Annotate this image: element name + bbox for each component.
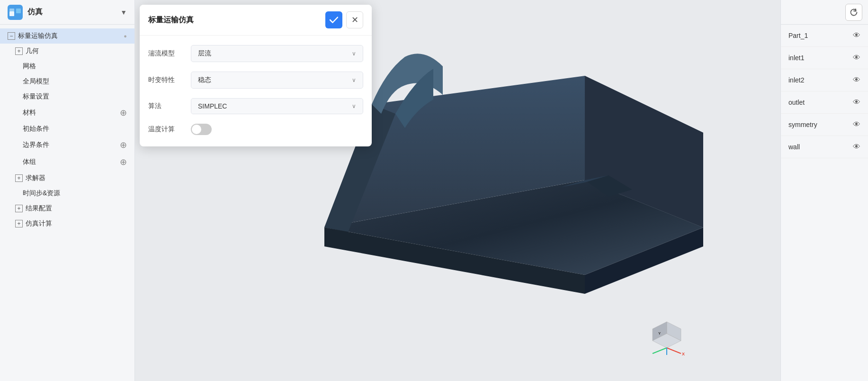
svg-line-16 (667, 348, 681, 354)
visibility-icon-inlet2[interactable]: 👁 (853, 76, 860, 84)
sidebar-item-result-config[interactable]: + 结果配置 (0, 201, 134, 216)
algorithm-row: 算法 SIMPLEC ∨ (148, 98, 363, 114)
sidebar-item-label: 全局模型 (23, 77, 127, 86)
axis-cube: Y X (648, 319, 686, 357)
sidebar-item-solver[interactable]: + 求解器 (0, 171, 134, 186)
dialog-header: 标量运输仿真 ✕ (140, 5, 372, 36)
dropdown-arrow-icon: ∨ (352, 103, 356, 109)
visibility-icon-part1[interactable]: 👁 (853, 31, 860, 40)
collapse-icon: − (8, 32, 15, 40)
sidebar-item-label: 仿真计算 (26, 219, 127, 228)
sidebar-item-materials[interactable]: 材料 ⊕ (0, 104, 134, 121)
part1-label: Part_1 (788, 32, 853, 39)
temperature-calc-toggle[interactable] (191, 124, 212, 135)
svg-line-18 (653, 348, 667, 354)
sidebar-item-scalar-settings[interactable]: 标量设置 (0, 89, 134, 104)
svg-text:Y: Y (658, 331, 661, 336)
time-variation-row: 时变特性 稳态 ∨ (148, 72, 363, 89)
refresh-icon (850, 8, 858, 17)
sidebar-item-boundary-conditions[interactable]: 边界条件 ⊕ (0, 136, 134, 154)
turbulence-model-value: 层流 (198, 49, 211, 58)
sidebar-item-body-group[interactable]: 体组 ⊕ (0, 154, 134, 171)
svg-rect-3 (9, 9, 14, 11)
sidebar-title: 仿真 (27, 7, 43, 17)
dialog-close-button[interactable]: ✕ (346, 11, 363, 28)
sidebar-item-label: 体组 (23, 158, 120, 166)
expand-icon: + (15, 174, 23, 182)
dialog-title: 标量运输仿真 (148, 15, 325, 25)
sidebar-item-label: 求解器 (26, 174, 127, 182)
sidebar-item-label: 标量设置 (23, 92, 127, 101)
expand-icon: + (15, 220, 23, 227)
scalar-sim-dialog: 标量运输仿真 ✕ 湍流模型 层流 ∨ (140, 5, 372, 146)
axis-indicator: Y X (648, 319, 686, 357)
visibility-icon-outlet[interactable]: 👁 (853, 98, 860, 107)
sidebar-header: 仿真 ▼ (0, 0, 134, 25)
time-variation-value: 稳态 (198, 76, 211, 84)
sidebar-item-label: 几何 (26, 47, 127, 55)
outlet-label: outlet (788, 99, 853, 106)
svg-rect-1 (9, 11, 14, 16)
turbulence-model-dropdown[interactable]: 层流 ∨ (191, 45, 363, 62)
right-panel-item-inlet2[interactable]: inlet2 👁 (781, 69, 868, 91)
sidebar-item-global-model[interactable]: 全局模型 (0, 74, 134, 89)
turbulence-model-label: 湍流模型 (148, 49, 191, 58)
temperature-calc-label: 温度计算 (148, 125, 191, 134)
sidebar-item-geometry[interactable]: + 几何 (0, 44, 134, 59)
time-variation-dropdown[interactable]: 稳态 ∨ (191, 72, 363, 89)
sidebar-collapse-arrow[interactable]: ▼ (120, 9, 127, 16)
dropdown-arrow-icon: ∨ (352, 50, 356, 57)
wall-label: wall (788, 143, 853, 151)
close-icon: ✕ (351, 15, 358, 25)
algorithm-value: SIMPLEC (198, 102, 227, 110)
right-panel-item-wall[interactable]: wall 👁 (781, 136, 868, 158)
check-icon (330, 17, 338, 23)
expand-icon: + (15, 47, 23, 55)
sidebar-item-sim-calc[interactable]: + 仿真计算 (0, 216, 134, 231)
temperature-toggle-container (191, 124, 363, 135)
sidebar-item-label: 标量运输仿真 (18, 32, 122, 40)
symmetry-label: symmetry (788, 121, 853, 128)
algorithm-dropdown[interactable]: SIMPLEC ∨ (191, 98, 363, 114)
sidebar-item-scalar-sim[interactable]: − 标量运输仿真 ● (0, 28, 134, 44)
svg-rect-2 (16, 9, 21, 13)
dialog-body: 湍流模型 层流 ∨ 时变特性 稳态 ∨ 算法 (140, 36, 372, 146)
add-boundary-icon[interactable]: ⊕ (120, 140, 127, 150)
svg-text:X: X (682, 352, 685, 356)
turbulence-model-row: 湍流模型 层流 ∨ (148, 45, 363, 62)
add-material-icon[interactable]: ⊕ (120, 108, 127, 118)
sidebar-item-timestep[interactable]: 时间步&资源 (0, 186, 134, 201)
app-icon (8, 5, 23, 20)
algorithm-label: 算法 (148, 102, 191, 110)
right-panel-header (781, 0, 868, 25)
inlet1-label: inlet1 (788, 54, 853, 62)
sidebar-item-label: 边界条件 (23, 141, 120, 149)
dropdown-arrow-icon: ∨ (352, 77, 356, 83)
main-viewport: 标量运输仿真 ✕ 湍流模型 层流 ∨ (135, 0, 780, 381)
sidebar-item-label: 材料 (23, 109, 120, 117)
dialog-confirm-button[interactable] (325, 11, 342, 28)
temperature-calc-row: 温度计算 (148, 124, 363, 135)
inlet2-label: inlet2 (788, 76, 853, 84)
sidebar-item-initial-conditions[interactable]: 初始条件 (0, 121, 134, 136)
sidebar-tree: − 标量运输仿真 ● + 几何 网格 全局模型 标量设置 材料 ⊕ 初始条件 (0, 25, 134, 381)
add-body-group-icon[interactable]: ⊕ (120, 157, 127, 167)
right-panel-item-inlet1[interactable]: inlet1 👁 (781, 47, 868, 69)
expand-icon: + (15, 205, 23, 212)
sidebar-item-label: 结果配置 (26, 204, 127, 213)
refresh-button[interactable] (845, 4, 862, 21)
right-panel-item-symmetry[interactable]: symmetry 👁 (781, 114, 868, 136)
sidebar-item-mesh[interactable]: 网格 (0, 59, 134, 74)
right-panel-list: Part_1 👁 inlet1 👁 inlet2 👁 outlet 👁 symm… (781, 25, 868, 381)
right-panel-item-part1[interactable]: Part_1 👁 (781, 25, 868, 47)
dialog-overlay: 标量运输仿真 ✕ 湍流模型 层流 ∨ (140, 5, 372, 146)
sidebar: 仿真 ▼ − 标量运输仿真 ● + 几何 网格 全局模型 标量设置 材料 (0, 0, 135, 381)
right-panel-item-outlet[interactable]: outlet 👁 (781, 91, 868, 114)
sidebar-item-label: 时间步&资源 (23, 189, 127, 198)
visibility-icon-wall[interactable]: 👁 (853, 143, 860, 151)
time-variation-label: 时变特性 (148, 76, 191, 84)
sidebar-item-label: 网格 (23, 62, 127, 71)
sidebar-item-label: 初始条件 (23, 125, 127, 133)
visibility-icon-symmetry[interactable]: 👁 (853, 120, 860, 129)
visibility-icon-inlet1[interactable]: 👁 (853, 54, 860, 62)
